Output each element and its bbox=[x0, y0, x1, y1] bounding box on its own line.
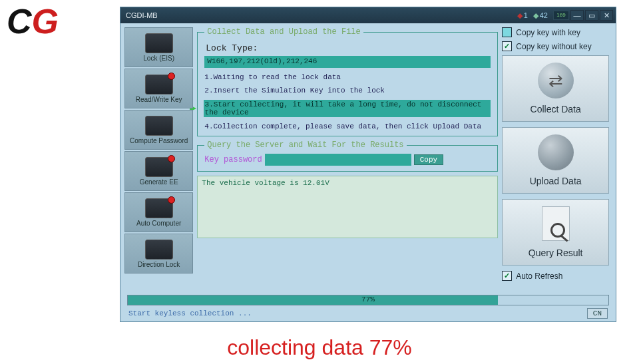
option-auto-refresh[interactable]: Auto Refresh bbox=[502, 271, 609, 281]
sidebar-item-read-write-key[interactable]: Read/Write Key bbox=[124, 69, 193, 108]
step-4: 4.Collection complete, please save data,… bbox=[204, 122, 491, 130]
sidebar-item-auto-computer[interactable]: Auto Computer bbox=[124, 192, 193, 232]
computer-icon bbox=[145, 198, 173, 218]
ee-icon bbox=[145, 157, 173, 177]
query-group: Query the Server and Wait For the Result… bbox=[197, 140, 498, 172]
password-icon bbox=[145, 116, 173, 136]
progress-bar: 77% bbox=[127, 295, 609, 305]
lock-type-label: Lock Type: bbox=[206, 43, 491, 53]
query-result-button[interactable]: Query Result bbox=[502, 199, 609, 266]
option-copy-with-key[interactable]: Copy key with key bbox=[502, 27, 609, 37]
sidebar-item-direction-lock[interactable]: Direction Lock bbox=[124, 234, 193, 273]
key-password-field[interactable] bbox=[265, 154, 411, 166]
window-title: CGDI-MB bbox=[126, 11, 158, 19]
gem-red-icon: 1 bbox=[517, 11, 528, 20]
status-bar: Start keyless collection ... CN bbox=[120, 305, 616, 321]
step-2: 2.Insert the Simulation Key into the loc… bbox=[204, 87, 491, 94]
battery-icon: 169 bbox=[553, 11, 569, 20]
query-legend: Query the Server and Wait For the Result… bbox=[204, 140, 406, 150]
collect-data-button[interactable]: ⇄ Collect Data bbox=[502, 55, 609, 122]
step-1: 1.Waiting to read the lock data bbox=[204, 73, 491, 81]
app-window: CGDI-MB 1 42 169 — ▭ ✕ Lock (EIS) Read/W… bbox=[120, 7, 616, 322]
lock-type-value[interactable]: W166,197,212(Old),212,246 bbox=[204, 56, 491, 68]
maximize-button[interactable]: ▭ bbox=[585, 10, 598, 21]
right-panel: Copy key with key Copy key without key ⇄… bbox=[502, 27, 609, 293]
titlebar: CGDI-MB 1 42 169 — ▭ ✕ bbox=[120, 7, 616, 23]
copy-button[interactable]: Copy bbox=[414, 154, 443, 165]
cg-logo: CG bbox=[7, 4, 59, 39]
sidebar: Lock (EIS) Read/Write Key Compute Passwo… bbox=[124, 27, 193, 293]
search-doc-icon bbox=[532, 206, 579, 245]
log-output: The vehicle voltage is 12.01V bbox=[197, 176, 498, 238]
key-icon bbox=[145, 75, 173, 94]
sidebar-item-lock-eis[interactable]: Lock (EIS) bbox=[124, 27, 193, 67]
step-3: 3.Start collecting, it will take a long … bbox=[204, 100, 491, 117]
sidebar-item-compute-password[interactable]: Compute Password bbox=[124, 110, 193, 150]
close-button[interactable]: ✕ bbox=[600, 10, 613, 21]
collect-group: Collect Data and Upload the File Lock Ty… bbox=[197, 27, 498, 136]
checkbox-checked-icon[interactable] bbox=[502, 271, 512, 281]
lock-icon bbox=[145, 33, 173, 53]
sidebar-item-generate-ee[interactable]: Generate EE bbox=[124, 151, 193, 191]
window-controls: — ▭ ✕ bbox=[570, 7, 613, 23]
language-selector[interactable]: CN bbox=[587, 308, 608, 319]
status-text: Start keyless collection ... bbox=[128, 309, 252, 317]
direction-lock-icon bbox=[145, 240, 173, 260]
caption-text: collecting data 77% bbox=[0, 335, 639, 360]
main-panel: Collect Data and Upload the File Lock Ty… bbox=[197, 27, 498, 293]
progress-label: 77% bbox=[128, 295, 608, 305]
usb-icon: ⇄ bbox=[532, 63, 579, 101]
key-password-label: Key password bbox=[204, 155, 262, 164]
upload-data-button[interactable]: Upload Data bbox=[502, 127, 609, 194]
minimize-button[interactable]: — bbox=[570, 10, 584, 21]
globe-icon bbox=[532, 134, 579, 173]
collect-legend: Collect Data and Upload the File bbox=[204, 27, 363, 37]
checkbox-checked-icon[interactable] bbox=[502, 41, 512, 51]
checkbox-icon[interactable] bbox=[502, 27, 512, 37]
gem-green-icon: 42 bbox=[533, 11, 548, 20]
option-copy-without-key[interactable]: Copy key without key bbox=[502, 41, 609, 51]
status-icons: 1 42 169 bbox=[517, 7, 569, 23]
